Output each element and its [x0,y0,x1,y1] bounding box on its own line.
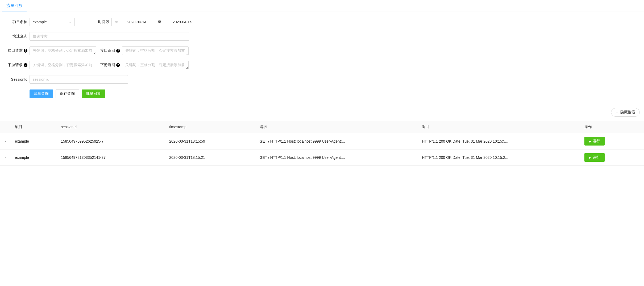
play-icon: ▶ [589,156,591,159]
help-icon[interactable]: ? [24,49,27,53]
interface-request-input[interactable] [30,46,96,55]
chevron-up-icon: ︿ [616,110,619,115]
label-interface-response: 接口返回 ? [98,48,122,53]
date-separator: 至 [153,20,166,24]
run-button-label: 运行 [593,155,600,160]
cell-response: HTTP/1.1 200 OK Date: Tue, 31 Mar 2020 1… [418,150,580,166]
date-start: 2020-04-14 [120,20,153,24]
run-button-label: 运行 [593,139,600,144]
cell-sessionId: 1585649721303352141-37 [57,150,165,166]
label-downstream-response: 下游返回 ? [98,63,122,67]
time-range-picker[interactable]: 📅︎ 2020-04-14 至 2020-04-14 [111,18,202,26]
tabs-bar: 流量回放 [0,0,644,11]
chevron-down-icon: ⌄ [69,20,72,24]
cell-request: GET / HTTP/1.1 Host: localhost:9999 User… [255,133,418,150]
cell-project: example [11,150,57,166]
hide-search-label: 隐藏搜索 [620,110,635,115]
query-button[interactable]: 流量查询 [30,89,53,98]
help-icon[interactable]: ? [116,49,120,53]
label-interface-request: 接口请求 ? [4,48,30,53]
downstream-request-input[interactable] [30,61,96,69]
col-timestamp: timestamp [165,121,255,133]
col-expand [0,121,11,133]
expand-row-icon[interactable]: › [5,156,6,160]
run-button[interactable]: ▶运行 [584,153,605,162]
date-end: 2020-04-14 [166,20,199,24]
session-id-input[interactable] [30,75,128,84]
col-action: 操作 [580,121,644,133]
cell-timestamp: 2020-03-31T18:15:59 [165,133,255,150]
help-icon[interactable]: ? [116,63,120,67]
label-session-id: SessionId [4,77,30,82]
cell-project: example [11,133,57,150]
run-button[interactable]: ▶运行 [584,137,605,146]
help-icon[interactable]: ? [24,63,27,67]
hide-search-button[interactable]: ︿ 隐藏搜索 [611,108,640,117]
cell-sessionId: 1585649759952625925-7 [57,133,165,150]
col-response: 返回 [418,121,580,133]
col-request: 请求 [255,121,418,133]
cell-request: GET / HTTP/1.1 Host: localhost:9999 User… [255,150,418,166]
label-project-name: 项目名称 [4,20,30,24]
col-session-id: sessionId [57,121,165,133]
expand-row-icon[interactable]: › [5,140,6,143]
quick-search-input[interactable] [30,32,189,41]
downstream-response-input[interactable] [122,61,189,69]
interface-response-input[interactable] [122,46,189,55]
cell-timestamp: 2020-03-31T18:15:21 [165,150,255,166]
col-project: 项目 [11,121,57,133]
cell-response: HTTP/1.1 200 OK Date: Tue, 31 Mar 2020 1… [418,133,580,150]
table-row: ›example1585649759952625925-72020-03-31T… [0,133,644,150]
label-time-range: 时间段 [77,20,111,24]
label-downstream-request: 下游请求 ? [4,63,30,67]
batch-replay-button[interactable]: 批量回放 [82,89,105,98]
label-quick-search: 快速查询 [4,34,30,39]
project-name-select[interactable]: example ⌄ [30,18,75,26]
calendar-icon: 📅︎ [115,20,118,24]
toolbar-right: ︿ 隐藏搜索 [0,106,644,121]
play-icon: ▶ [589,140,591,143]
search-form: 项目名称 example ⌄ 时间段 📅︎ 2020-04-14 至 2020-… [0,11,644,106]
save-query-button[interactable]: 保存查询 [56,89,79,98]
table-row: ›example1585649721303352141-372020-03-31… [0,150,644,166]
tab-traffic-replay[interactable]: 流量回放 [2,0,27,11]
project-name-value: example [33,20,47,24]
results-table: 项目 sessionId timestamp 请求 返回 操作 ›example… [0,121,644,166]
